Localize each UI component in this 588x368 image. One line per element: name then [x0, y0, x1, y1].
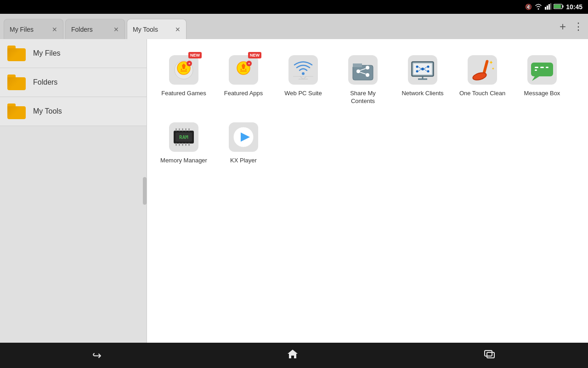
app-item-web-pc-suite[interactable]: Web PC Suite — [276, 48, 331, 111]
tab-folders[interactable]: Folders ✕ — [65, 19, 125, 39]
svg-rect-20 — [288, 55, 318, 85]
app-item-share-my-contents[interactable]: Share My Contents — [335, 48, 390, 111]
svg-rect-72 — [179, 143, 180, 146]
tab-my-files[interactable]: My Files ✕ — [4, 19, 63, 39]
svg-rect-61 — [546, 67, 548, 68]
tab-my-files-label: My Files — [10, 26, 34, 33]
svg-point-29 — [356, 69, 360, 73]
home-icon — [287, 348, 299, 360]
svg-rect-11 — [181, 70, 187, 72]
svg-rect-1 — [547, 6, 548, 10]
svg-rect-79 — [485, 351, 492, 356]
app-item-memory-manager[interactable]: RAM — [156, 115, 211, 170]
featured-games-icon: + — [169, 55, 198, 85]
web-pc-suite-icon — [288, 55, 318, 85]
kx-player-icon — [229, 122, 258, 152]
app-item-message-box[interactable]: Message Box — [514, 48, 570, 111]
add-tab-button[interactable]: + — [560, 20, 566, 33]
app-item-one-touch-clean[interactable]: ✦ ✦ One Touch Clean — [455, 48, 510, 111]
kx-player-icon-wrapper — [227, 121, 260, 153]
svg-text:+: + — [248, 62, 250, 66]
folder-icon-my-files — [7, 46, 26, 61]
status-bar: 🔇 10:45 — [0, 0, 588, 14]
featured-apps-icon-wrapper: NEW + — [227, 54, 260, 86]
svg-rect-10 — [182, 69, 186, 70]
app-item-featured-apps[interactable]: NEW + Featured Apps — [216, 48, 271, 111]
home-button[interactable] — [287, 348, 299, 363]
svg-rect-3 — [550, 3, 551, 10]
svg-point-38 — [421, 68, 424, 70]
network-clients-icon-wrapper — [407, 54, 439, 86]
tab-bar: My Files ✕ Folders ✕ My Tools ✕ + ⋮ — [0, 14, 588, 39]
featured-apps-new-badge: NEW — [248, 52, 261, 58]
svg-point-30 — [366, 66, 369, 69]
share-my-contents-label: Share My Contents — [339, 90, 387, 105]
svg-rect-2 — [548, 4, 550, 10]
svg-rect-69 — [185, 128, 187, 131]
sidebar-label-my-files: My Files — [33, 49, 61, 58]
svg-rect-6 — [554, 5, 561, 8]
tab-folders-close[interactable]: ✕ — [113, 26, 119, 33]
svg-point-39 — [416, 66, 418, 68]
message-box-label: Message Box — [524, 90, 560, 98]
sidebar-resize-handle[interactable] — [143, 177, 147, 205]
svg-text:+: + — [188, 62, 191, 66]
status-time: 10:45 — [566, 3, 582, 11]
sidebar-item-my-tools[interactable]: My Tools — [0, 97, 147, 126]
featured-apps-icon: + — [229, 55, 258, 85]
app-container: My Files ✕ Folders ✕ My Tools ✕ + ⋮ My F… — [0, 14, 588, 368]
app-item-network-clients[interactable]: Network Clients — [395, 48, 450, 111]
memory-manager-icon: RAM — [169, 122, 198, 152]
svg-text:✦: ✦ — [489, 59, 493, 66]
tab-bar-actions: + ⋮ — [560, 20, 583, 33]
svg-point-21 — [302, 72, 305, 75]
svg-point-40 — [427, 66, 430, 68]
tab-folders-label: Folders — [71, 26, 93, 33]
recents-icon — [484, 348, 496, 360]
featured-apps-label: Featured Apps — [224, 90, 263, 98]
back-button[interactable]: ↩ — [92, 349, 102, 362]
message-box-icon — [527, 55, 557, 85]
svg-text:RAM: RAM — [179, 134, 188, 140]
tab-my-tools[interactable]: My Tools ✕ — [127, 19, 187, 39]
recents-button[interactable] — [484, 348, 496, 363]
svg-text:✦: ✦ — [492, 67, 495, 71]
svg-rect-58 — [535, 67, 538, 68]
web-pc-suite-icon-wrapper — [287, 54, 319, 86]
memory-manager-label: Memory Manager — [160, 157, 207, 165]
svg-rect-75 — [188, 143, 190, 146]
nav-bar: ↩ — [0, 343, 588, 368]
message-box-icon-wrapper — [526, 54, 558, 86]
sidebar-item-my-files[interactable]: My Files — [0, 39, 147, 68]
svg-rect-74 — [185, 143, 187, 146]
app-grid: NEW + — [156, 48, 579, 170]
network-clients-label: Network Clients — [401, 90, 443, 98]
mute-icon: 🔇 — [525, 4, 532, 10]
app-item-featured-games[interactable]: NEW + — [156, 48, 211, 111]
tab-my-files-close[interactable]: ✕ — [52, 26, 57, 33]
share-icon-wrapper — [347, 54, 379, 86]
tab-my-tools-close[interactable]: ✕ — [175, 26, 181, 33]
share-my-contents-icon — [348, 55, 378, 85]
sidebar-label-my-tools: My Tools — [33, 107, 62, 115]
app-item-kx-player[interactable]: KX Player — [216, 115, 271, 170]
svg-rect-70 — [188, 128, 190, 131]
sidebar-item-folders[interactable]: Folders — [0, 68, 147, 97]
svg-rect-66 — [175, 128, 177, 131]
folder-icon-my-tools — [7, 104, 26, 119]
svg-rect-73 — [182, 143, 183, 146]
svg-rect-68 — [182, 128, 183, 131]
featured-games-icon-wrapper: NEW + — [168, 54, 200, 86]
svg-rect-0 — [545, 7, 546, 10]
featured-games-new-badge: NEW — [188, 52, 202, 58]
wifi-icon — [534, 3, 543, 11]
status-icons: 🔇 10:45 — [525, 3, 582, 11]
content-area: My Files Folders My Tools — [0, 39, 588, 343]
svg-point-42 — [427, 70, 430, 73]
svg-rect-27 — [353, 65, 373, 80]
web-pc-suite-label: Web PC Suite — [284, 90, 322, 98]
one-touch-clean-icon: ✦ ✦ — [468, 55, 497, 85]
svg-rect-16 — [242, 69, 245, 70]
menu-button[interactable]: ⋮ — [573, 21, 583, 33]
svg-rect-71 — [175, 143, 177, 146]
